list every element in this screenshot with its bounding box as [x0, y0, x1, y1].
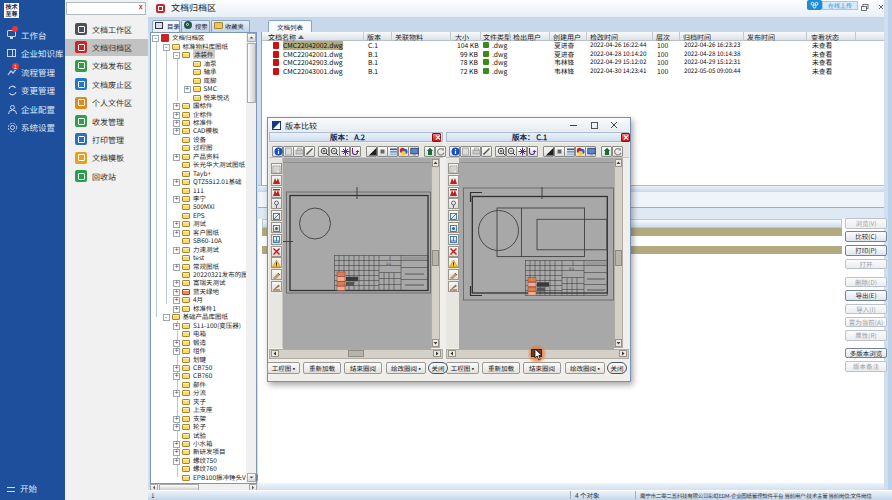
- svg-text:1:1: 1:1: [386, 261, 391, 266]
- svg-text:1:1: 1:1: [569, 266, 574, 271]
